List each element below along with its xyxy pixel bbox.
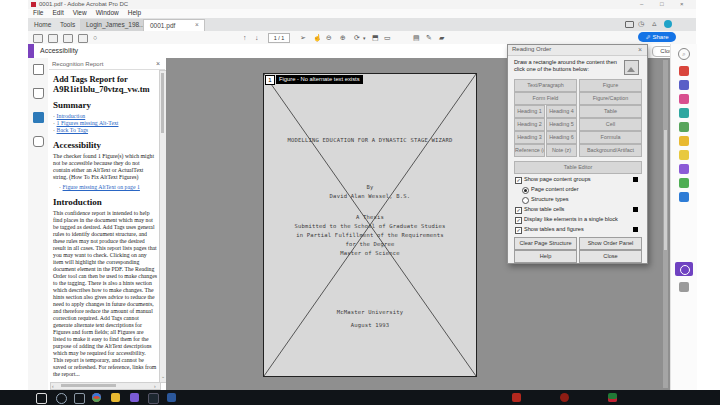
edit-pdf-icon[interactable] xyxy=(679,94,689,104)
send-for-review-icon[interactable] xyxy=(679,178,689,188)
report-figure-missing-alttext-link[interactable]: · Figure missing AltText on page 1 xyxy=(59,184,157,190)
save-icon[interactable] xyxy=(33,34,43,43)
dialog-titlebar[interactable]: Reading Order × xyxy=(508,45,647,56)
report-hscroll-left-arrow-icon[interactable]: ‹ xyxy=(52,383,54,389)
btn-text-paragraph[interactable]: Text/Paragraph xyxy=(514,79,577,92)
stamps-icon[interactable] xyxy=(679,192,689,202)
figure-region-number[interactable]: 1 xyxy=(265,75,275,85)
dialog-close-button[interactable]: Close xyxy=(579,250,642,263)
search-icon[interactable]: ○ xyxy=(93,34,97,41)
btn-table-editor[interactable]: Table Editor xyxy=(514,161,642,174)
tags-icon[interactable] xyxy=(33,112,44,123)
swatch-tables-figures[interactable] xyxy=(633,227,638,232)
checkbox-show-page-content-groups[interactable]: ✓ xyxy=(515,177,522,184)
show-order-panel-button[interactable]: Show Order Panel xyxy=(579,237,642,250)
report-pane-close-icon[interactable]: × xyxy=(156,60,160,67)
btn-reference[interactable]: Reference (q) xyxy=(514,144,545,157)
next-page-icon[interactable]: ↓ xyxy=(255,34,259,41)
highlighter-icon[interactable]: ▰ xyxy=(439,34,444,41)
history-clock-icon[interactable]: ◷ xyxy=(638,20,644,27)
btn-heading-2[interactable]: Heading 2 xyxy=(514,118,545,131)
swatch-table-cells[interactable] xyxy=(633,207,638,212)
adobe-app-icon-2[interactable] xyxy=(560,393,569,402)
rotate-view-icon[interactable]: ⟳ xyxy=(354,34,360,41)
create-pdf-icon[interactable] xyxy=(679,80,689,90)
tab-tools[interactable]: Tools xyxy=(60,21,75,28)
attachments-icon[interactable] xyxy=(33,136,44,147)
report-vscroll-thumb[interactable] xyxy=(161,73,164,133)
previous-page-icon[interactable]: ↑ xyxy=(243,34,247,41)
canvas-vscroll-thumb[interactable] xyxy=(664,130,667,250)
checkbox-display-like-elements[interactable]: ✓ xyxy=(515,217,522,224)
maximize-button[interactable]: □ xyxy=(660,1,664,7)
zoom-dropdown-chevron-icon[interactable]: ▾ xyxy=(363,35,366,42)
checkbox-show-tables-figures[interactable]: ✓ xyxy=(515,227,522,234)
menu-view[interactable]: View xyxy=(73,9,87,16)
accessibility-tool-selected[interactable] xyxy=(675,262,693,276)
doc-tab-close-icon[interactable]: × xyxy=(195,21,199,28)
report-horizontal-scrollbar[interactable]: ‹ › xyxy=(50,382,161,390)
stamp-icon[interactable] xyxy=(78,34,88,43)
organize-pages-icon[interactable] xyxy=(679,136,689,146)
word-icon[interactable] xyxy=(167,393,176,402)
menu-help[interactable]: Help xyxy=(128,9,141,16)
combine-files-icon[interactable] xyxy=(679,122,689,132)
zoom-out-icon[interactable]: ⊖ xyxy=(326,34,332,41)
comments-bubble-icon[interactable] xyxy=(625,21,634,28)
page-number-field[interactable]: 1 / 1 xyxy=(268,33,290,43)
btn-heading-1[interactable]: Heading 1 xyxy=(514,105,545,118)
task-view-icon[interactable] xyxy=(74,393,85,404)
report-hscroll-thumb[interactable] xyxy=(61,384,116,387)
more-tools-icon[interactable] xyxy=(679,282,689,292)
btn-formula[interactable]: Formula xyxy=(579,131,642,144)
minimize-button[interactable]: – xyxy=(640,1,643,7)
btn-heading-5[interactable]: Heading 5 xyxy=(546,118,577,131)
btn-figure[interactable]: Figure xyxy=(579,79,642,92)
reading-order-dialog[interactable]: Reading Order × Draw a rectangle around … xyxy=(507,44,648,264)
compress-pdf-icon[interactable] xyxy=(679,150,689,160)
report-link-introduction[interactable]: · Introduction xyxy=(53,113,157,120)
report-link-figures-alt-text[interactable]: · 1 Figures missing Alt-Text xyxy=(53,120,157,127)
comment-tool-icon[interactable] xyxy=(679,108,689,118)
btn-background-artifact[interactable]: Background/Artifact xyxy=(579,144,642,157)
share-button[interactable]: ⬀Share xyxy=(638,32,676,42)
fill-and-sign-icon[interactable] xyxy=(679,164,689,174)
report-hscroll-right-arrow-icon[interactable]: › xyxy=(154,383,156,389)
email-icon[interactable] xyxy=(63,34,73,43)
hand-tool-icon[interactable]: ☝ xyxy=(313,34,322,41)
adobe-app-icon-1[interactable] xyxy=(512,393,521,402)
file-explorer-icon[interactable] xyxy=(111,393,120,402)
help-button[interactable]: Help xyxy=(514,250,577,263)
bookmarks-icon[interactable] xyxy=(33,88,44,99)
canvas-vertical-scrollbar[interactable] xyxy=(663,60,668,388)
btn-heading-6[interactable]: Heading 6 xyxy=(546,131,577,144)
tab-home[interactable]: Home xyxy=(34,21,51,28)
select-tool-icon[interactable]: ➢ xyxy=(300,34,306,41)
checkbox-show-table-cells[interactable]: ✓ xyxy=(515,207,522,214)
clear-page-structure-button[interactable]: Clear Page Structure xyxy=(514,237,577,250)
fit-width-icon[interactable]: ⬒ xyxy=(372,34,379,41)
export-pdf-icon[interactable] xyxy=(679,66,689,76)
search-tools-icon[interactable]: ⌕ xyxy=(678,48,690,60)
radio-page-content-order[interactable] xyxy=(522,187,529,194)
btn-figure-caption[interactable]: Figure/Caption xyxy=(579,92,642,105)
btn-cell[interactable]: Cell xyxy=(579,118,642,131)
btn-note[interactable]: Note (z) xyxy=(546,144,577,157)
taskbar-search-icon[interactable] xyxy=(56,393,67,404)
print-icon[interactable] xyxy=(48,34,58,43)
page-thumbnails-icon[interactable] xyxy=(33,64,44,75)
add-note-icon[interactable]: ▤ xyxy=(413,34,420,41)
dialog-close-icon[interactable]: × xyxy=(638,46,642,53)
btn-heading-4[interactable]: Heading 4 xyxy=(546,105,577,118)
chrome-icon[interactable] xyxy=(92,393,101,402)
btn-table[interactable]: Table xyxy=(579,105,642,118)
user-avatar[interactable] xyxy=(664,20,672,28)
notifications-bell-icon[interactable]: 🜂 xyxy=(651,20,658,27)
btn-form-field[interactable]: Form Field xyxy=(514,92,577,105)
close-window-button[interactable]: × xyxy=(680,1,684,7)
pencil-icon[interactable]: ✎ xyxy=(426,34,432,41)
report-link-back-to-tags[interactable]: · Back To Tags xyxy=(53,127,157,134)
your-phone-icon[interactable] xyxy=(148,393,159,404)
start-button-icon[interactable] xyxy=(36,393,47,404)
menu-edit[interactable]: Edit xyxy=(52,9,63,16)
